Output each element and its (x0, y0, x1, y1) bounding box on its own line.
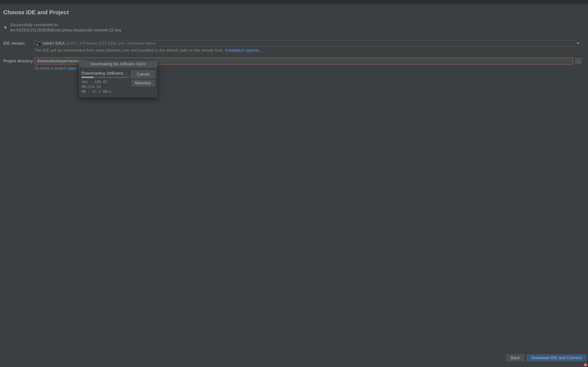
progress-fill (81, 77, 93, 78)
clone-help-prefix: To clone a project (35, 66, 68, 70)
svg-rect-1 (37, 44, 39, 44)
ide-detail: 2023.1.3 Preview (231.9161.14) | downloa… (66, 41, 156, 46)
chevron-down-icon (577, 43, 579, 44)
ide-help-row: The IDE will be downloaded from www.jetb… (3, 48, 585, 53)
browse-button[interactable]: ... (575, 58, 581, 64)
download-stats: 56% · 188.07 MB/334.26 MB · 57.1 MB/s (81, 80, 129, 94)
connection-status: Successfully connected to: ws-9323311913… (3, 22, 585, 33)
cancel-button[interactable]: Cancel (131, 71, 155, 78)
notification-badge[interactable]: 2 (584, 363, 587, 366)
status-line1: Successfully connected to: (10, 22, 58, 27)
ide-name: IntelliJ IDEA (43, 41, 65, 46)
ide-version-label: IDE version: (3, 41, 35, 46)
download-progress-dialog: Downloading the JetBrains Client Downloa… (79, 60, 157, 98)
stats-line1: 56% · 188.07 MB/334.26 (81, 80, 107, 89)
ide-version-row: IDE version: IntelliJ IDEA 2023.1.3 Prev… (3, 40, 585, 47)
ide-help-text: The IDE will be downloaded from www.jetb… (35, 48, 262, 53)
back-button[interactable]: Back (506, 354, 524, 361)
window-titlebar (0, 0, 588, 4)
dialog-title: Downloading the JetBrains Client (79, 61, 157, 67)
intellij-icon (36, 41, 41, 46)
download-connect-button[interactable]: Download IDE and Connect (527, 354, 586, 361)
stats-line2: MB · 57.1 MB/s (81, 90, 112, 94)
minimize-button[interactable]: Minimize (131, 80, 155, 86)
project-directory-label: Project directory: (3, 58, 35, 63)
ide-help-prefix: The IDE will be downloaded from www.jetb… (35, 48, 225, 52)
page-title: Choose IDE and Project (3, 9, 585, 16)
progress-bar (81, 77, 129, 78)
status-line2: ws-932331191353506@ssh.proxy.cloudcoder.… (10, 28, 121, 32)
bottom-toolbar: Back Download IDE and Connect 2 (0, 352, 588, 367)
download-task-label: Downloading JetBrainsC... (81, 71, 129, 76)
ide-version-dropdown[interactable]: IntelliJ IDEA 2023.1.3 Preview (231.9161… (35, 40, 581, 47)
status-text: Successfully connected to: ws-9323311913… (10, 22, 121, 33)
installation-options-link[interactable]: Installation options... (225, 48, 262, 52)
status-indicator-icon (4, 26, 7, 29)
